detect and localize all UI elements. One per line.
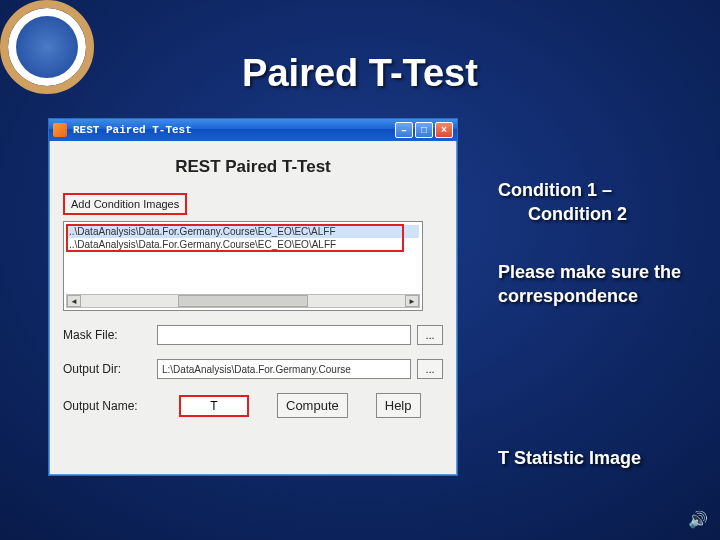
help-button[interactable]: Help bbox=[376, 393, 421, 418]
app-icon bbox=[53, 123, 67, 137]
mask-row: Mask File: ... bbox=[63, 325, 443, 345]
close-button[interactable]: × bbox=[435, 122, 453, 138]
annotation-line1: Condition 1 – bbox=[498, 180, 612, 200]
mask-field[interactable] bbox=[157, 325, 411, 345]
bottom-row: Output Name: Compute Help bbox=[63, 393, 443, 418]
rest-window: REST Paired T-Test – □ × REST Paired T-T… bbox=[48, 118, 458, 476]
scroll-right-icon[interactable]: ► bbox=[405, 295, 419, 307]
output-dir-row: Output Dir: ... bbox=[63, 359, 443, 379]
annotation-correspondence: Please make sure the correspondence bbox=[498, 260, 708, 309]
window-content: REST Paired T-Test Add Condition Images … bbox=[49, 141, 457, 430]
list-item[interactable]: ..\DataAnalysis\Data.For.Germany.Course\… bbox=[67, 225, 419, 238]
slide-title: Paired T-Test bbox=[0, 52, 720, 95]
output-dir-label: Output Dir: bbox=[63, 362, 151, 376]
output-dir-field[interactable] bbox=[157, 359, 411, 379]
annotation-tstat: T Statistic Image bbox=[498, 446, 718, 470]
mask-label: Mask File: bbox=[63, 328, 151, 342]
h-scrollbar[interactable]: ◄ ► bbox=[66, 294, 420, 308]
scroll-left-icon[interactable]: ◄ bbox=[67, 295, 81, 307]
titlebar[interactable]: REST Paired T-Test – □ × bbox=[49, 119, 457, 141]
sound-icon: 🔊 bbox=[688, 510, 708, 530]
mask-browse-button[interactable]: ... bbox=[417, 325, 443, 345]
scroll-track[interactable] bbox=[81, 295, 405, 307]
output-name-field[interactable] bbox=[179, 395, 249, 417]
annotation-line2: Condition 2 bbox=[498, 202, 698, 226]
condition-listbox[interactable]: ..\DataAnalysis\Data.For.Germany.Course\… bbox=[63, 221, 423, 311]
add-condition-button[interactable]: Add Condition Images bbox=[63, 193, 187, 215]
annotation-condition: Condition 1 – Condition 2 bbox=[498, 178, 698, 227]
scroll-thumb[interactable] bbox=[178, 295, 308, 307]
list-item[interactable]: ..\DataAnalysis\Data.For.Germany.Course\… bbox=[67, 238, 419, 251]
output-name-label: Output Name: bbox=[63, 399, 151, 413]
compute-button[interactable]: Compute bbox=[277, 393, 348, 418]
minimize-button[interactable]: – bbox=[395, 122, 413, 138]
panel-header: REST Paired T-Test bbox=[63, 157, 443, 177]
window-title: REST Paired T-Test bbox=[73, 124, 192, 136]
maximize-button[interactable]: □ bbox=[415, 122, 433, 138]
output-dir-browse-button[interactable]: ... bbox=[417, 359, 443, 379]
